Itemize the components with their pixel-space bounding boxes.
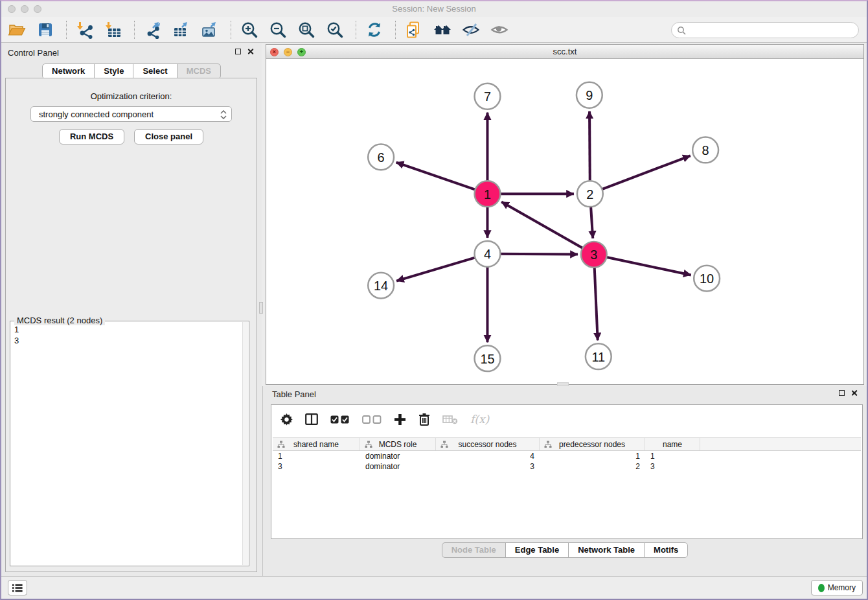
control-panel: Control Panel NetworkStyleSelectMCDS Opt… xyxy=(1,43,262,576)
show-eye-icon[interactable] xyxy=(490,21,508,39)
table-tab-edge-table[interactable]: Edge Table xyxy=(505,542,569,558)
column-header-shared-name[interactable]: shared name xyxy=(273,438,360,450)
column-header-successor-nodes[interactable]: successor nodes xyxy=(436,438,540,450)
table-panel: Table Panel xyxy=(262,386,867,576)
settings-gear-icon[interactable] xyxy=(280,413,293,426)
svg-text:1: 1 xyxy=(484,187,491,202)
svg-text:11: 11 xyxy=(591,350,605,364)
network-view-window: × − + scc.txt 7968124314101511 xyxy=(266,44,864,385)
table-cell[interactable]: 1 xyxy=(645,451,700,461)
table-tab-motifs[interactable]: Motifs xyxy=(644,542,688,558)
tab-select[interactable]: Select xyxy=(133,63,177,79)
zoom-fit-icon[interactable] xyxy=(297,21,315,39)
select-all-checkboxes-icon[interactable] xyxy=(330,415,350,424)
node-table-panel: f(x) shared nameMCDS rolesuccessor nodes… xyxy=(271,404,863,539)
task-history-button[interactable] xyxy=(8,580,27,595)
table-row[interactable]: 3dominator323 xyxy=(273,461,861,472)
table-cell[interactable]: dominator xyxy=(360,451,436,461)
node-4[interactable]: 4 xyxy=(475,241,501,267)
node-8[interactable]: 8 xyxy=(692,137,718,163)
table-cell[interactable]: 3 xyxy=(273,461,360,472)
export-network-icon[interactable] xyxy=(144,21,162,39)
zoom-out-icon[interactable] xyxy=(269,21,287,39)
table-cell[interactable]: 1 xyxy=(540,451,645,461)
deselect-checkboxes-icon[interactable] xyxy=(362,415,382,424)
edge-1-6[interactable] xyxy=(396,163,488,194)
tab-style[interactable]: Style xyxy=(94,63,133,79)
optimization-dropdown[interactable]: strongly connected component xyxy=(30,106,232,122)
zoom-selected-icon[interactable] xyxy=(326,21,344,39)
node-3[interactable]: 3 xyxy=(581,242,607,268)
dropdown-value: strongly connected component xyxy=(39,110,154,119)
table-cell[interactable]: 4 xyxy=(436,451,540,461)
function-builder-icon: f(x) xyxy=(470,413,489,426)
table-cell[interactable]: 3 xyxy=(645,461,700,472)
export-image-icon[interactable] xyxy=(201,21,219,39)
export-table-icon[interactable] xyxy=(172,21,190,39)
table-cell[interactable]: 2 xyxy=(540,461,645,472)
table-cell[interactable]: 3 xyxy=(436,461,540,472)
svg-text:8: 8 xyxy=(702,143,709,157)
node-10[interactable]: 10 xyxy=(694,266,720,292)
open-file-icon[interactable] xyxy=(8,21,26,39)
hide-eye-icon[interactable] xyxy=(462,21,480,39)
node-9[interactable]: 9 xyxy=(577,82,602,108)
close-table-panel-icon[interactable] xyxy=(851,389,858,397)
table-row[interactable]: 1dominator411 xyxy=(273,451,861,461)
delete-column-icon[interactable] xyxy=(418,413,430,426)
network-canvas[interactable]: 7968124314101511 xyxy=(266,60,863,384)
column-header-predecessor-nodes[interactable]: predecessor nodes xyxy=(540,438,645,450)
task-list-icon xyxy=(12,584,23,592)
delete-table-disabled-icon xyxy=(442,414,458,424)
close-panel-button[interactable]: Close panel xyxy=(134,129,203,144)
edge-3-10[interactable] xyxy=(594,255,691,275)
toolbar-separator xyxy=(231,21,231,39)
import-table-icon[interactable] xyxy=(104,21,122,39)
tab-network[interactable]: Network xyxy=(42,63,95,79)
float-table-panel-icon[interactable] xyxy=(839,390,845,396)
import-network-icon[interactable] xyxy=(76,21,94,39)
home-view-icon[interactable] xyxy=(433,21,451,39)
result-scrollbar[interactable] xyxy=(242,322,248,565)
split-columns-icon[interactable] xyxy=(305,413,318,425)
panel-splitter-handle[interactable] xyxy=(259,302,263,314)
node-15[interactable]: 15 xyxy=(475,345,501,371)
table-cell[interactable]: dominator xyxy=(360,461,436,472)
table-tab-network-table[interactable]: Network Table xyxy=(568,542,645,558)
table-tabs: Node TableEdge TableNetwork TableMotifs xyxy=(263,542,867,558)
node-11[interactable]: 11 xyxy=(586,343,611,369)
run-mcds-button[interactable]: Run MCDS xyxy=(59,129,124,144)
edge-4-14[interactable] xyxy=(396,254,487,281)
search-field[interactable] xyxy=(671,22,859,38)
table-panel-title: Table Panel xyxy=(272,389,316,399)
refresh-layout-icon[interactable] xyxy=(365,21,383,39)
window-titlebar: Session: New Session xyxy=(1,1,867,17)
memory-button[interactable]: Memory xyxy=(811,580,863,595)
toolbar-separator xyxy=(356,21,356,39)
table-cell[interactable]: 1 xyxy=(273,451,360,461)
node-1[interactable]: 1 xyxy=(475,181,501,207)
svg-text:4: 4 xyxy=(484,247,491,261)
column-header-name[interactable]: name xyxy=(645,438,700,450)
table-tab-node-table[interactable]: Node Table xyxy=(442,542,506,558)
node-7[interactable]: 7 xyxy=(475,84,501,110)
float-panel-icon[interactable] xyxy=(235,49,241,54)
node-14[interactable]: 14 xyxy=(368,273,394,299)
node-2[interactable]: 2 xyxy=(577,181,603,207)
edge-2-8[interactable] xyxy=(590,156,691,194)
node-6[interactable]: 6 xyxy=(368,144,394,170)
tab-mcds[interactable]: MCDS xyxy=(177,63,221,79)
close-panel-icon[interactable] xyxy=(247,48,254,55)
column-header-MCDS-role[interactable]: MCDS role xyxy=(360,438,436,450)
edge-3-1[interactable] xyxy=(501,202,594,255)
svg-text:9: 9 xyxy=(586,88,593,102)
search-input[interactable] xyxy=(689,25,851,35)
toolbar-separator xyxy=(395,21,396,39)
duplicate-network-icon[interactable] xyxy=(405,21,423,39)
svg-text:15: 15 xyxy=(480,352,494,366)
add-column-icon[interactable] xyxy=(394,413,406,426)
node-table: shared nameMCDS rolesuccessor nodesprede… xyxy=(273,437,861,537)
zoom-in-icon[interactable] xyxy=(240,21,258,39)
network-window-titlebar[interactable]: × − + scc.txt xyxy=(266,45,863,59)
save-session-icon[interactable] xyxy=(36,21,54,39)
